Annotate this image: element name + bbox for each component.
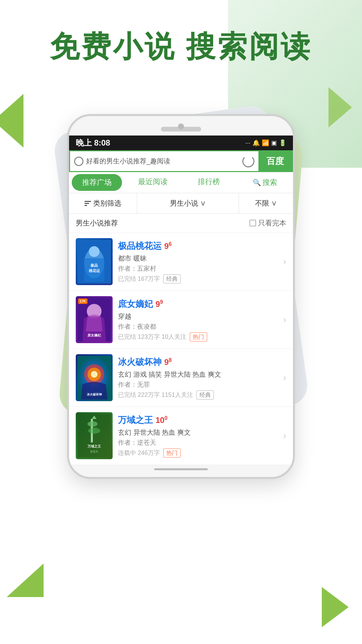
book-item-3[interactable]: 冰火破坏神 冰火破坏神 98 玄幻 游戏 搞笑 异世大陆 热血 爽文 作者：无罪	[69, 349, 293, 407]
phone-frame: 晚上 8:08 ··· 🔔 📶 ▣ 🔋 好看的男生小说推荐_趣阅读 百度 推荐广…	[67, 114, 295, 479]
home-indicator	[154, 468, 208, 470]
book-genre-2: 穿越	[118, 312, 278, 321]
tab-search[interactable]: 🔍 搜索	[237, 172, 293, 193]
chevron-right-4: ›	[283, 430, 286, 441]
book-author-3: 作者：无罪	[118, 380, 278, 389]
book-title-4: 万域之王	[118, 414, 153, 426]
app-title: 免费小说 搜索阅读	[50, 30, 312, 63]
svg-text:17K: 17K	[80, 300, 86, 303]
book-author-1: 作者：五家村	[118, 264, 278, 273]
search-button[interactable]: 百度	[258, 151, 292, 171]
filter-icon	[84, 201, 91, 206]
only-complete-label: 只看完本	[258, 218, 286, 228]
svg-text:庶女嫡妃: 庶女嫡妃	[87, 333, 101, 337]
book-info-3: 冰火破坏神 98 玄幻 游戏 搞笑 异世大陆 热血 爽文 作者：无罪 已完结 2…	[118, 356, 278, 399]
header-title-area: 免费小说 搜索阅读	[0, 27, 362, 67]
filter-row: 类别筛选 男生小说 ∨ 不限 ∨	[69, 193, 293, 214]
status-icons: ··· 🔔 📶 ▣ 🔋	[245, 139, 286, 147]
svg-text:逆苍天: 逆苍天	[90, 450, 98, 453]
bg-triangle-right	[328, 87, 352, 127]
signal-dots: ···	[245, 140, 250, 147]
book-item-2[interactable]: 庶女嫡妃 17K 庶女嫡妃 99 穿越 作者：夜凌都	[69, 291, 293, 349]
book-title-row-1: 极品桃花运 96	[118, 240, 278, 252]
book-meta-4: 连载中 246万字 热门	[118, 448, 278, 458]
only-complete-toggle[interactable]: 只看完本	[249, 218, 286, 228]
section-title: 男生小说推荐	[76, 218, 118, 228]
book-tag-2: 热门	[190, 332, 207, 341]
book-tag-1: 经典	[163, 274, 181, 283]
book-genre-1: 都市 暖昧	[118, 254, 278, 263]
book-title-row-4: 万域之王 100	[118, 414, 278, 426]
book-tag-3: 经典	[196, 390, 214, 399]
book-info-1: 极品桃花运 96 都市 暖昧 作者：五家村 已完结 167万字 经典	[118, 240, 278, 283]
bg-triangle-bottom-left	[7, 564, 44, 597]
book-title-row-2: 庶女嫡妃 99	[118, 298, 278, 310]
limit-filter[interactable]: 不限 ∨	[239, 193, 293, 213]
book-info-2: 庶女嫡妃 99 穿越 作者：夜凌都 已完结 123万字 10人关注 热门	[118, 298, 278, 341]
svg-point-19	[88, 428, 100, 434]
book-cover-3: 冰火破坏神	[76, 354, 113, 401]
phone-mockup: 晚上 8:08 ··· 🔔 📶 ▣ 🔋 好看的男生小说推荐_趣阅读 百度 推荐广…	[67, 114, 295, 479]
url-section: 好看的男生小说推荐_趣阅读	[70, 152, 258, 171]
tab-recent[interactable]: 最近阅读	[125, 172, 181, 193]
refresh-icon[interactable]	[242, 155, 254, 167]
svg-point-18	[87, 421, 98, 427]
genre-filter[interactable]: 男生小说 ∨	[137, 193, 239, 213]
phone-camera	[178, 123, 184, 129]
cover-art-4: 万域之王 逆苍天	[77, 414, 111, 458]
book-meta-1: 已完结 167万字 经典	[118, 274, 278, 283]
cover-art-3: 冰火破坏神	[77, 356, 111, 399]
phone-home-bar	[69, 465, 293, 477]
book-item-1[interactable]: 极品 桃花运 极品桃花运 96 都市 暖昧 作者：五家村	[69, 233, 293, 291]
book-rating-2: 99	[156, 299, 163, 309]
book-list: 极品 桃花运 极品桃花运 96 都市 暖昧 作者：五家村	[69, 233, 293, 465]
book-cover-2: 庶女嫡妃 17K	[76, 296, 113, 343]
book-author-2: 作者：夜凌都	[118, 322, 278, 331]
book-title-3: 冰火破坏神	[118, 356, 162, 368]
book-author-4: 作者：逆苍天	[118, 438, 278, 447]
book-cover-1: 极品 桃花运	[76, 238, 113, 285]
book-item-4[interactable]: 万域之王 逆苍天 万域之王 100 玄幻 异世大陆 热血 爽文 作者：逆苍天	[69, 407, 293, 465]
cover-art-1: 极品 桃花运	[77, 240, 111, 283]
svg-text:极品: 极品	[90, 263, 98, 267]
phone-notch	[69, 116, 293, 136]
bg-triangle-bottom-right	[308, 587, 349, 624]
bg-triangle-left	[0, 94, 23, 148]
status-bar: 晚上 8:08 ··· 🔔 📶 ▣ 🔋	[69, 136, 293, 150]
book-title-1: 极品桃花运	[118, 240, 162, 252]
svg-point-2	[89, 246, 100, 257]
svg-text:万域之王: 万域之王	[87, 444, 101, 448]
book-rating-3: 98	[164, 357, 172, 367]
mute-icon: 🔔	[252, 139, 260, 147]
book-tag-4: 热门	[163, 448, 181, 458]
book-genre-3: 玄幻 游戏 搞笑 异世大陆 热血 爽文	[118, 370, 278, 379]
tab-recommend[interactable]: 推荐广场	[72, 174, 122, 191]
status-time: 晚上 8:08	[76, 138, 110, 148]
tab-ranking[interactable]: 排行榜	[181, 172, 237, 193]
book-cover-4: 万域之王 逆苍天	[76, 412, 113, 459]
chevron-right-1: ›	[283, 256, 286, 267]
cover-art-2: 庶女嫡妃 17K	[77, 298, 111, 341]
category-filter[interactable]: 类别筛选	[69, 193, 137, 213]
browser-bar[interactable]: 好看的男生小说推荐_趣阅读 百度	[69, 150, 293, 172]
book-meta-2: 已完结 123万字 10人关注 热门	[118, 332, 278, 341]
url-text[interactable]: 好看的男生小说推荐_趣阅读	[86, 157, 240, 166]
chevron-right-3: ›	[283, 372, 286, 383]
book-rating-4: 100	[156, 415, 168, 425]
svg-text:桃花运: 桃花运	[88, 269, 100, 273]
network-icon: ▣	[271, 139, 277, 147]
nav-tabs: 推荐广场 最近阅读 排行榜 🔍 搜索	[69, 172, 293, 193]
chevron-right-2: ›	[283, 314, 286, 325]
search-icon: 🔍	[253, 178, 261, 186]
globe-icon	[74, 157, 83, 166]
book-title-2: 庶女嫡妃	[118, 298, 153, 310]
battery-icon: 🔋	[279, 139, 286, 147]
complete-checkbox[interactable]	[249, 220, 256, 226]
book-meta-3: 已完结 222万字 1151人关注 经典	[118, 390, 278, 399]
book-title-row-3: 冰火破坏神 98	[118, 356, 278, 368]
section-header: 男生小说推荐 只看完本	[69, 214, 293, 233]
book-info-4: 万域之王 100 玄幻 异世大陆 热血 爽文 作者：逆苍天 连载中 246万字 …	[118, 414, 278, 458]
svg-point-14	[91, 371, 98, 378]
svg-text:冰火破坏神: 冰火破坏神	[87, 393, 102, 396]
book-rating-1: 96	[164, 241, 172, 251]
